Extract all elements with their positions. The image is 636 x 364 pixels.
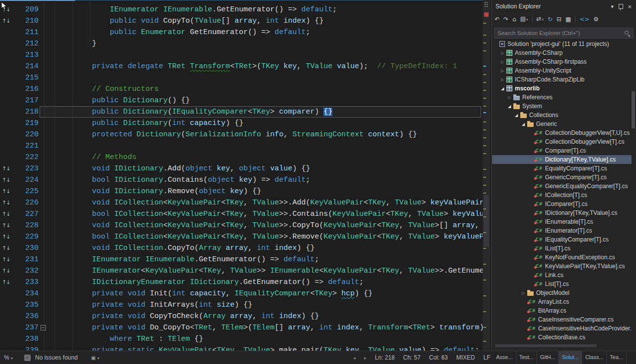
code-line[interactable]: ↑↓231 IEnumerator IEnumerable.GetEnumera…: [0, 254, 483, 265]
tree-item[interactable]: C#CollectionDebuggerView[T,U].cs: [492, 128, 632, 137]
code-line[interactable]: 219 public Dictionary(int capacity) {}: [0, 118, 483, 129]
line-number[interactable]: 224: [16, 174, 39, 186]
line-number[interactable]: 212: [16, 38, 39, 49]
chevron-expanded-icon[interactable]: ◢: [508, 104, 513, 109]
tree-item[interactable]: C#Dictionary[TKey,TValue].cs: [492, 155, 632, 164]
line-number[interactable]: 219: [16, 118, 39, 129]
tree-item[interactable]: C#CollectionBase.cs: [492, 333, 632, 342]
code-line[interactable]: 213: [0, 49, 483, 61]
code-line[interactable]: 234 private void Init(int capacity, IEqu…: [0, 288, 483, 299]
code-line[interactable]: 220 protected Dictionary(SerializationIn…: [0, 129, 483, 140]
sync-with-active-document-icon[interactable]: ⇄▾: [537, 15, 544, 24]
line-number[interactable]: 236: [16, 311, 39, 322]
code-line[interactable]: 217 public Dictionary() {}: [0, 95, 483, 106]
tree-item[interactable]: C#GenericEqualityComparer[T].cs: [492, 182, 632, 191]
line-number[interactable]: 217: [16, 95, 39, 106]
scroll-right-icon[interactable]: ▸: [364, 355, 366, 361]
window-position-icon[interactable]: ▾: [611, 3, 614, 10]
line-number[interactable]: 234: [16, 288, 39, 299]
tree-item[interactable]: ▷Assembly-CSharp: [492, 48, 632, 57]
line-number[interactable]: 225: [16, 186, 39, 197]
chevron-expanded-icon[interactable]: ◢: [522, 122, 527, 126]
code-line[interactable]: ↑↓226 void ICollection<KeyValuePair<TKey…: [0, 197, 483, 208]
code-line[interactable]: 237 private void Do_CopyTo<TRet, TElem>(…: [0, 322, 483, 333]
zoom-dropdown[interactable]: % ▾: [4, 354, 13, 361]
line-number[interactable]: 232: [16, 265, 39, 277]
tree-item[interactable]: C#List[T].cs: [492, 280, 632, 288]
tree-vertical-scrollbar[interactable]: [631, 40, 636, 343]
code-line[interactable]: 221: [0, 140, 483, 152]
document-health-menu-icon[interactable]: ▣ ▾: [91, 355, 99, 361]
home-icon[interactable]: ⌂: [512, 15, 516, 23]
code-line[interactable]: ↑↓225 void IDictionary.Remove(object key…: [0, 186, 483, 197]
tree-item[interactable]: C#CaseInsensitiveHashCodeProvider.cs: [492, 324, 632, 333]
tree-item[interactable]: ▷ICSharpCode.SharpZipLib: [492, 75, 632, 84]
code-line[interactable]: ↑↓224 bool IDictionary.Contains(object k…: [0, 174, 483, 186]
code-line[interactable]: 216 // Constructors: [0, 83, 483, 95]
line-number[interactable]: 231: [16, 254, 39, 265]
line-number[interactable]: 229: [16, 231, 39, 243]
line-number[interactable]: 215: [16, 72, 39, 83]
tree-item[interactable]: C#IDictionary[TKey,TValue].cs: [492, 208, 632, 217]
line-number[interactable]: 218: [16, 106, 39, 118]
close-icon[interactable]: ×: [628, 3, 632, 10]
line-number[interactable]: 230: [16, 243, 39, 254]
code-line[interactable]: ↑↓232 IEnumerator<KeyValuePair<TKey, TVa…: [0, 265, 483, 277]
refresh-icon[interactable]: ↻: [547, 15, 552, 23]
h-scrollbar-thumb[interactable]: [495, 344, 596, 347]
panel-tab[interactable]: Class...: [582, 351, 607, 364]
pin-icon[interactable]: [619, 4, 623, 9]
override-implement-icon[interactable]: ↑↓: [0, 15, 16, 27]
override-implement-icon[interactable]: ↑↓: [0, 254, 16, 265]
code-line[interactable]: ↑↓233 IDictionaryEnumerator IDictionary.…: [0, 277, 483, 288]
tree-item[interactable]: ◢mscorlib: [492, 84, 632, 93]
scrollbar-thumb[interactable]: [484, 195, 489, 247]
panel-tab[interactable]: Solut...: [559, 351, 582, 364]
panel-tab[interactable]: GitH...: [537, 351, 559, 364]
tree-item[interactable]: C#IEnumerable[T].cs: [492, 217, 632, 226]
tree-item[interactable]: ▷References: [492, 93, 632, 102]
panel-tab[interactable]: Test...: [516, 351, 537, 364]
code-line[interactable]: ↑↓230 void ICollection.CopyTo(Array arra…: [0, 243, 483, 254]
override-implement-icon[interactable]: ↑↓: [0, 163, 16, 174]
chevron-collapsed-icon[interactable]: ▷: [501, 78, 506, 82]
tree-item[interactable]: ◢Collections: [492, 111, 632, 120]
panel-tab[interactable]: Asse...: [493, 351, 516, 364]
tree-item[interactable]: C#KeyValuePair[TKey,TValue].cs: [492, 262, 632, 271]
code-line[interactable]: ↑↓209 IEnumerator IEnumerable.GetEnumera…: [0, 4, 483, 15]
line-number[interactable]: 209: [16, 4, 39, 15]
code-line[interactable]: 222 // Methods: [0, 152, 483, 163]
code-line[interactable]: 238 where TRet : TElem {}: [0, 333, 483, 345]
tree-item[interactable]: C#IComparer[T].cs: [492, 200, 632, 208]
switch-views-icon[interactable]: ▤▾: [520, 15, 528, 24]
code-line[interactable]: ↑↓223 void IDictionary.Add(object key, o…: [0, 163, 483, 174]
line-number[interactable]: 213: [16, 49, 39, 61]
back-icon[interactable]: ↶: [495, 15, 500, 23]
override-implement-icon[interactable]: ↑↓: [0, 231, 16, 243]
health-check-icon[interactable]: ✓: [24, 355, 31, 361]
tree-item[interactable]: C#ICollection[T].cs: [492, 191, 632, 200]
line-number[interactable]: 239: [16, 345, 39, 351]
show-all-files-icon[interactable]: ▦: [565, 15, 571, 23]
v-scrollbar-thumb[interactable]: [632, 91, 635, 128]
tree-item[interactable]: C#BitArray.cs: [492, 306, 632, 315]
tree-item[interactable]: ▷Assembly-UnityScript: [492, 66, 632, 75]
tree-item[interactable]: C#ArrayList.cs: [492, 297, 632, 306]
tree-horizontal-scrollbar[interactable]: [492, 344, 632, 348]
line-number[interactable]: 233: [16, 277, 39, 288]
line-number[interactable]: 211: [16, 27, 39, 38]
chevron-expanded-icon[interactable]: ◢: [501, 86, 506, 91]
forward-icon[interactable]: ↷: [503, 15, 508, 23]
tree-item[interactable]: C#KeyNotFoundException.cs: [492, 253, 632, 262]
line-number[interactable]: 221: [16, 140, 39, 152]
override-implement-icon[interactable]: ↑↓: [0, 243, 16, 254]
line-number[interactable]: 237: [16, 322, 39, 333]
override-implement-icon[interactable]: ↑↓: [0, 265, 16, 277]
override-implement-icon[interactable]: ↑↓: [0, 186, 16, 197]
editor-scrollbar[interactable]: [483, 0, 490, 351]
line-number[interactable]: 220: [16, 129, 39, 140]
tree-item[interactable]: Solution 'project-gui' (11 of 11 project…: [492, 40, 632, 48]
code-line[interactable]: ↑↓228 void ICollection<KeyValuePair<TKey…: [0, 220, 483, 231]
code-line[interactable]: 236 private void CopyToCheck(Array array…: [0, 311, 483, 322]
tree-item[interactable]: C#IList[T].cs: [492, 244, 632, 253]
